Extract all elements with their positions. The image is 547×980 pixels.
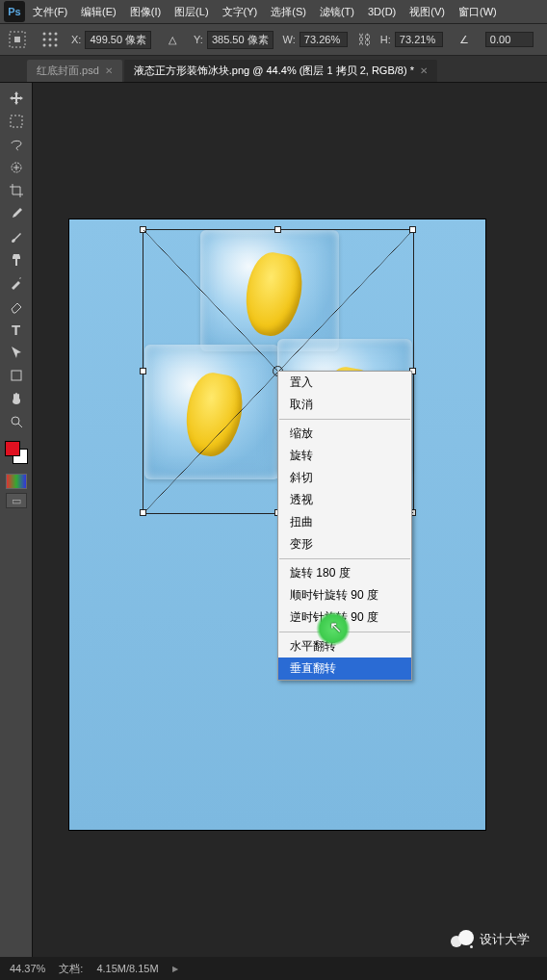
menu-filter[interactable]: 滤镜(T) [314, 3, 360, 21]
tab-red-cover[interactable]: 红底封面.psd ✕ [27, 60, 122, 82]
transform-handle[interactable] [140, 509, 146, 516]
svg-point-6 [49, 39, 52, 41]
menu-rot90cw[interactable]: 顺时针旋转 90 度 [278, 584, 411, 606]
svg-point-10 [55, 44, 58, 47]
type-tool-icon[interactable]: T [3, 318, 30, 341]
h-value[interactable]: 73.21% [395, 32, 443, 47]
tab-label: 红底封面.psd [37, 64, 99, 78]
menu-separator [279, 558, 410, 559]
ice-cube-top [200, 230, 339, 351]
path-select-tool-icon[interactable] [3, 341, 30, 364]
svg-point-2 [43, 33, 46, 36]
menu-view[interactable]: 视图(V) [404, 3, 451, 21]
close-icon[interactable]: ✕ [420, 65, 428, 76]
transform-handle[interactable] [409, 226, 416, 233]
history-brush-tool-icon[interactable] [3, 271, 30, 295]
transform-handle[interactable] [140, 226, 146, 233]
shape-tool-icon[interactable] [3, 364, 30, 387]
aspect-link-icon[interactable]: ⛓ [357, 32, 371, 47]
chevron-right-icon[interactable]: ▶ [172, 965, 178, 973]
x-field[interactable]: X: 499.50 像素 [71, 31, 151, 49]
toolbox: T ▭ [0, 83, 33, 957]
document-tabs: 红底封面.psd ✕ 液态正方形装饰冰块.png @ 44.4% (图层 1 拷… [0, 56, 547, 83]
tab-ice-cube[interactable]: 液态正方形装饰冰块.png @ 44.4% (图层 1 拷贝 2, RGB/8)… [124, 60, 437, 82]
close-icon[interactable]: ✕ [105, 65, 113, 76]
angle-icon: ∠ [453, 28, 476, 51]
transform-tool-icon[interactable] [6, 28, 29, 51]
color-swatch[interactable] [5, 441, 28, 464]
menu-window[interactable]: 窗口(W) [453, 3, 503, 21]
brush-tool-icon[interactable] [3, 225, 30, 248]
tab-label: 液态正方形装饰冰块.png @ 44.4% (图层 1 拷贝 2, RGB/8)… [134, 64, 414, 78]
svg-rect-11 [11, 116, 22, 127]
cursor-icon: ↖ [329, 618, 342, 636]
angle-value[interactable]: 0.00 [485, 32, 534, 47]
x-label: X: [71, 34, 81, 45]
menu-rot180[interactable]: 旋转 180 度 [278, 562, 411, 584]
document-canvas[interactable]: 置入 取消 缩放 旋转 斜切 透视 扭曲 变形 旋转 180 度 顺时针旋转 9… [69, 219, 485, 830]
watermark-text: 设计大学 [480, 931, 530, 948]
y-label: Y: [194, 34, 203, 45]
clone-tool-icon[interactable] [3, 248, 30, 271]
svg-point-9 [49, 44, 52, 47]
menubar: Ps 文件(F) 编辑(E) 图像(I) 图层(L) 文字(Y) 选择(S) 滤… [0, 0, 547, 23]
zoom-value[interactable]: 44.37% [10, 963, 45, 974]
quick-mask-icon[interactable] [6, 474, 27, 489]
hand-tool-icon[interactable] [3, 387, 30, 410]
eraser-tool-icon[interactable] [3, 295, 30, 318]
screen-mode-icon[interactable]: ▭ [6, 493, 27, 508]
svg-point-4 [55, 33, 58, 36]
svg-point-14 [12, 417, 19, 425]
y-field[interactable]: Y: 385.50 像素 [194, 31, 274, 49]
app-logo: Ps [4, 1, 25, 22]
menu-type[interactable]: 文字(Y) [217, 3, 264, 21]
doc-label: 文档: [59, 962, 83, 976]
watermark: 设计大学 [451, 930, 530, 949]
menu-place[interactable]: 置入 [278, 372, 411, 394]
y-value[interactable]: 385.50 像素 [207, 31, 274, 49]
wechat-icon [451, 930, 474, 949]
svg-rect-13 [12, 371, 21, 380]
ice-cube-left [144, 345, 279, 479]
menu-flip-v[interactable]: 垂直翻转 [278, 658, 411, 680]
menu-file[interactable]: 文件(F) [27, 3, 73, 21]
marquee-tool-icon[interactable] [3, 110, 30, 133]
menu-warp[interactable]: 变形 [278, 533, 411, 555]
transform-context-menu: 置入 取消 缩放 旋转 斜切 透视 扭曲 变形 旋转 180 度 顺时针旋转 9… [277, 371, 412, 681]
menu-layer[interactable]: 图层(L) [169, 3, 214, 21]
menu-distort[interactable]: 扭曲 [278, 511, 411, 533]
eyedropper-tool-icon[interactable] [3, 202, 30, 225]
x-value[interactable]: 499.50 像素 [85, 31, 151, 49]
lasso-tool-icon[interactable] [3, 133, 30, 156]
canvas-area[interactable]: 置入 取消 缩放 旋转 斜切 透视 扭曲 变形 旋转 180 度 顺时针旋转 9… [33, 83, 547, 957]
quick-select-tool-icon[interactable] [3, 156, 30, 179]
menu-scale[interactable]: 缩放 [278, 423, 411, 445]
banana-icon [180, 370, 247, 460]
menu-image[interactable]: 图像(I) [124, 3, 167, 21]
menu-cancel[interactable]: 取消 [278, 394, 411, 416]
move-tool-icon[interactable] [3, 87, 30, 110]
menu-separator [279, 419, 410, 420]
menu-3d[interactable]: 3D(D) [362, 4, 402, 19]
swap-xy-icon[interactable]: △ [161, 28, 184, 51]
svg-point-7 [55, 39, 58, 41]
status-bar: 44.37% 文档: 4.15M/8.15M ▶ [0, 957, 547, 980]
doc-size: 4.15M/8.15M [96, 963, 158, 974]
crop-tool-icon[interactable] [3, 179, 30, 202]
banana-icon [240, 249, 307, 340]
h-label: H: [380, 34, 391, 45]
menu-skew[interactable]: 斜切 [278, 467, 411, 489]
reference-point-icon[interactable] [39, 28, 62, 51]
svg-rect-1 [14, 37, 20, 42]
w-label: W: [283, 34, 296, 45]
h-field[interactable]: H: 73.21% [380, 32, 443, 47]
svg-point-3 [49, 33, 52, 36]
options-bar: X: 499.50 像素 △ Y: 385.50 像素 W: 73.26% ⛓ … [0, 23, 547, 56]
w-value[interactable]: 73.26% [300, 32, 348, 47]
menu-rotate[interactable]: 旋转 [278, 445, 411, 467]
zoom-tool-icon[interactable] [3, 410, 30, 433]
w-field[interactable]: W: 73.26% [283, 32, 348, 47]
menu-edit[interactable]: 编辑(E) [75, 3, 122, 21]
menu-select[interactable]: 选择(S) [265, 3, 312, 21]
menu-perspect[interactable]: 透视 [278, 489, 411, 511]
